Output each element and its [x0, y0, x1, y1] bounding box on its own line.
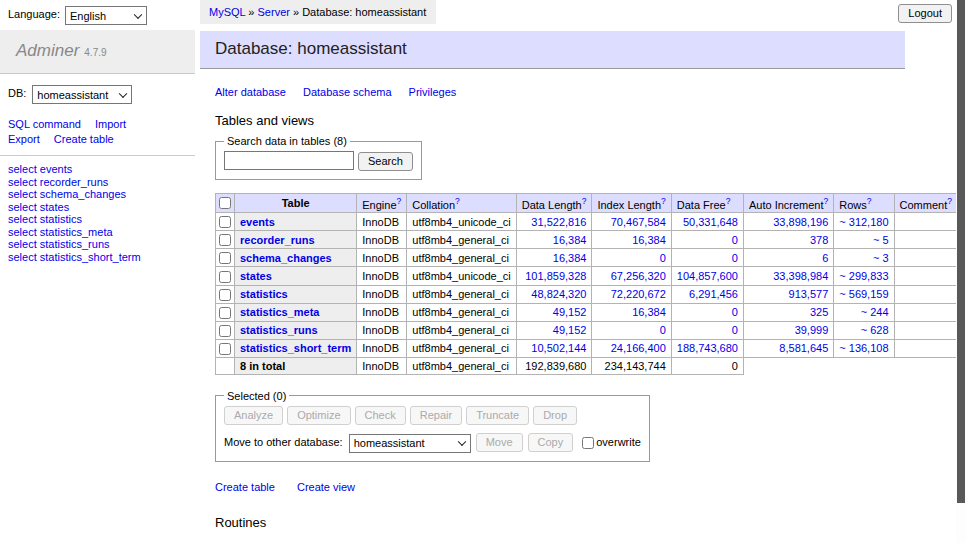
sidebar-table-link[interactable]: statistics_meta [40, 226, 113, 238]
rows-cell-link[interactable]: ~ 3 [873, 252, 889, 264]
sidebar-table-link[interactable]: statistics [40, 213, 82, 225]
column-help-link[interactable]: ? [824, 196, 829, 206]
auto-increment-cell-link[interactable]: 8,581,645 [779, 342, 828, 354]
data-free-cell-link[interactable]: 0 [732, 252, 738, 264]
db-action-link[interactable]: Alter database [215, 86, 286, 98]
rows-cell-link[interactable]: ~ 244 [861, 306, 889, 318]
auto-increment-cell-link[interactable]: 325 [810, 306, 828, 318]
sidebar-table-link[interactable]: statistics_runs [40, 238, 110, 250]
index-length-cell-link[interactable]: 16,384 [632, 234, 666, 246]
sidebar-table-link[interactable]: events [40, 163, 72, 175]
data-free-cell-link[interactable]: 0 [732, 324, 738, 336]
overwrite-checkbox[interactable] [582, 437, 594, 449]
rows-cell-link[interactable]: ~ 5 [873, 234, 889, 246]
search-input[interactable] [224, 151, 354, 170]
sidebar-nav-link[interactable]: Create table [54, 133, 114, 145]
column-help-link[interactable]: ? [582, 196, 587, 206]
breadcrumb-server-type-link[interactable]: MySQL [209, 6, 245, 18]
index-length-cell-link[interactable]: 24,166,400 [611, 342, 666, 354]
table-name-link[interactable]: schema_changes [240, 252, 332, 264]
move-button[interactable]: Move [476, 433, 523, 452]
column-help-link[interactable]: ? [661, 196, 666, 206]
db-action-link[interactable]: Database schema [303, 86, 392, 98]
scrollbar-thumb[interactable] [957, 0, 965, 503]
drop-button[interactable]: Drop [533, 406, 577, 425]
table-name-link[interactable]: statistics [240, 288, 288, 300]
create-link[interactable]: Create table [215, 481, 275, 493]
data-free-cell-link[interactable]: 0 [732, 234, 738, 246]
auto-increment-cell-link[interactable]: 6 [822, 252, 828, 264]
index-length-cell-link[interactable]: 0 [660, 252, 666, 264]
logout-button[interactable]: Logout [898, 4, 952, 23]
sidebar-select-link[interactable]: select [8, 188, 37, 200]
row-checkbox[interactable] [219, 325, 231, 337]
row-checkbox[interactable] [219, 343, 231, 355]
row-checkbox[interactable] [219, 289, 231, 301]
auto-increment-cell-link[interactable]: 33,898,196 [773, 216, 828, 228]
data-length-cell-link[interactable]: 101,859,328 [525, 270, 586, 282]
index-length-cell-link[interactable]: 67,256,320 [611, 270, 666, 282]
table-name-link[interactable]: states [240, 270, 272, 282]
copy-button[interactable]: Copy [528, 433, 574, 452]
auto-increment-cell-link[interactable]: 39,999 [795, 324, 829, 336]
data-free-cell-link[interactable]: 188,743,680 [677, 342, 738, 354]
row-checkbox[interactable] [219, 234, 231, 246]
column-help-link[interactable]: ? [867, 196, 872, 206]
check-button[interactable]: Check [355, 406, 406, 425]
data-length-cell-link[interactable]: 31,522,816 [531, 216, 586, 228]
sidebar-table-link[interactable]: recorder_runs [40, 176, 108, 188]
repair-button[interactable]: Repair [410, 406, 462, 425]
rows-cell-link[interactable]: ~ 312,180 [839, 216, 888, 228]
data-length-cell-link[interactable]: 10,502,144 [531, 342, 586, 354]
data-free-cell-link[interactable]: 0 [732, 306, 738, 318]
search-button[interactable]: Search [358, 152, 413, 171]
sidebar-table-link[interactable]: statistics_short_term [40, 251, 141, 263]
create-link[interactable]: Create view [297, 481, 355, 493]
auto-increment-cell-link[interactable]: 33,398,984 [773, 270, 828, 282]
language-select[interactable]: English [65, 6, 147, 25]
row-checkbox[interactable] [219, 271, 231, 283]
rows-cell-link[interactable]: ~ 299,833 [839, 270, 888, 282]
data-length-cell-link[interactable]: 16,384 [553, 252, 587, 264]
rows-cell-link[interactable]: ~ 136,108 [839, 342, 888, 354]
vertical-scrollbar[interactable] [956, 0, 966, 543]
table-name-link[interactable]: recorder_runs [240, 234, 315, 246]
data-length-cell-link[interactable]: 48,824,320 [531, 288, 586, 300]
sidebar-select-link[interactable]: select [8, 201, 37, 213]
table-name-link[interactable]: statistics_runs [240, 324, 318, 336]
analyze-button[interactable]: Analyze [224, 406, 283, 425]
column-help-link[interactable]: ? [397, 196, 402, 206]
table-name-link[interactable]: statistics_short_term [240, 342, 351, 354]
index-length-cell-link[interactable]: 70,467,584 [611, 216, 666, 228]
column-help-link[interactable]: ? [726, 196, 731, 206]
sidebar-select-link[interactable]: select [8, 163, 37, 175]
sidebar-select-link[interactable]: select [8, 251, 37, 263]
table-name-link[interactable]: statistics_meta [240, 306, 320, 318]
breadcrumb-server-link[interactable]: Server [258, 6, 290, 18]
row-checkbox[interactable] [219, 216, 231, 228]
optimize-button[interactable]: Optimize [287, 406, 350, 425]
table-name-link[interactable]: events [240, 216, 275, 228]
data-free-cell-link[interactable]: 104,857,600 [677, 270, 738, 282]
db-select[interactable]: homeassistant [32, 85, 132, 104]
sidebar-nav-link[interactable]: Import [95, 118, 126, 130]
column-help-link[interactable]: ? [947, 196, 952, 206]
rows-cell-link[interactable]: ~ 569,159 [839, 288, 888, 300]
auto-increment-cell-link[interactable]: 913,577 [789, 288, 829, 300]
data-free-cell-link[interactable]: 6,291,456 [689, 288, 738, 300]
sidebar-nav-link[interactable]: Export [8, 133, 40, 145]
select-all-checkbox[interactable] [219, 197, 231, 209]
sidebar-select-link[interactable]: select [8, 176, 37, 188]
index-length-cell-link[interactable]: 0 [660, 324, 666, 336]
move-db-select[interactable]: homeassistant [349, 434, 471, 453]
auto-increment-cell-link[interactable]: 378 [810, 234, 828, 246]
sidebar-nav-link[interactable]: SQL command [8, 118, 81, 130]
sidebar-select-link[interactable]: select [8, 226, 37, 238]
row-checkbox[interactable] [219, 307, 231, 319]
sidebar-table-link[interactable]: states [40, 201, 69, 213]
data-length-cell-link[interactable]: 49,152 [553, 324, 587, 336]
data-length-cell-link[interactable]: 16,384 [553, 234, 587, 246]
sidebar-table-link[interactable]: schema_changes [40, 188, 126, 200]
data-free-cell-link[interactable]: 50,331,648 [683, 216, 738, 228]
truncate-button[interactable]: Truncate [466, 406, 529, 425]
